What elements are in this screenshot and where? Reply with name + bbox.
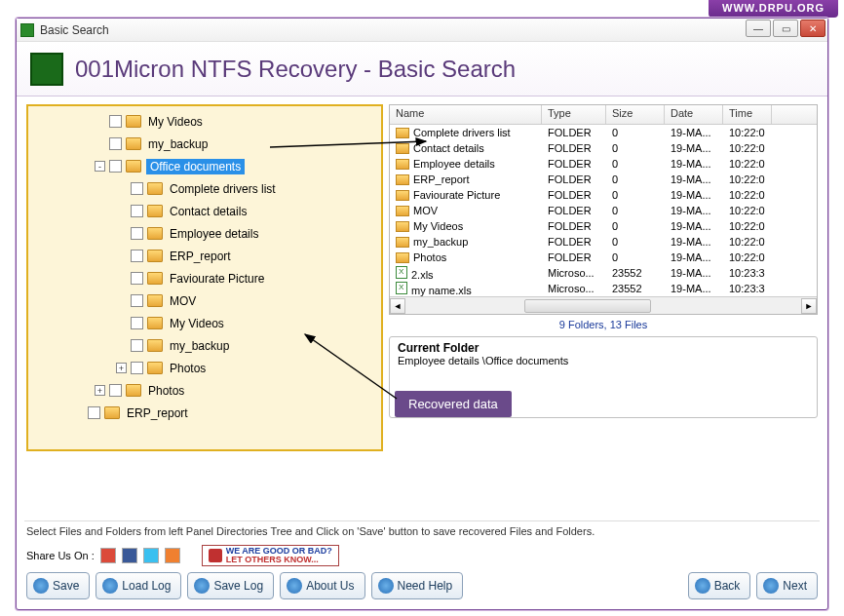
google-plus-icon[interactable] <box>100 548 116 563</box>
close-button[interactable]: ✕ <box>800 19 825 37</box>
directory-tree[interactable]: My Videosmy_backup-Office documentsCompl… <box>26 104 383 451</box>
minimize-button[interactable]: — <box>746 19 771 37</box>
cell-date: 19-MA... <box>665 251 723 263</box>
cell-size: 0 <box>606 142 665 154</box>
tree-checkbox[interactable] <box>109 137 122 150</box>
folder-icon <box>147 205 163 217</box>
bottom-toolbar: Save Load Log Save Log About Us Need Hel… <box>17 568 827 607</box>
tree-checkbox[interactable] <box>131 182 143 195</box>
tree-item[interactable]: +Photos <box>30 357 379 379</box>
col-size[interactable]: Size <box>606 105 665 124</box>
tree-checkbox[interactable] <box>109 384 122 397</box>
file-name: Complete drivers list <box>413 127 511 138</box>
expand-icon[interactable]: + <box>116 363 127 373</box>
tree-checkbox[interactable] <box>131 294 143 307</box>
about-us-button[interactable]: About Us <box>280 572 364 599</box>
scroll-right-arrow[interactable]: ► <box>801 298 817 314</box>
expand-icon[interactable]: + <box>95 385 105 396</box>
list-item[interactable]: Contact detailsFOLDER019-MA...10:22:0 <box>390 140 817 156</box>
file-name: ERP_report <box>413 173 469 185</box>
tree-checkbox[interactable] <box>131 362 143 374</box>
tree-checkbox[interactable] <box>131 339 143 352</box>
tree-checkbox[interactable] <box>131 227 143 240</box>
scroll-thumb[interactable] <box>524 299 651 313</box>
cell-type: FOLDER <box>542 236 606 248</box>
tree-item[interactable]: Complete drivers list <box>30 177 379 200</box>
tree-item-label: Employee details <box>168 226 260 242</box>
tree-item[interactable]: MOV <box>30 289 379 312</box>
cell-date: 19-MA... <box>665 267 723 279</box>
list-item[interactable]: ERP_reportFOLDER019-MA...10:22:0 <box>390 172 817 187</box>
list-item[interactable]: My VideosFOLDER019-MA...10:22:0 <box>390 218 817 234</box>
facebook-icon[interactable] <box>122 548 137 563</box>
horizontal-scrollbar[interactable]: ◄ ► <box>390 296 817 314</box>
col-time[interactable]: Time <box>723 105 772 124</box>
tree-checkbox[interactable] <box>131 250 143 262</box>
tree-item-label: Contact details <box>168 204 249 219</box>
file-name: My Videos <box>413 220 463 232</box>
scroll-left-arrow[interactable]: ◄ <box>390 298 405 314</box>
file-list[interactable]: Name Type Size Date Time Complete driver… <box>389 104 818 315</box>
col-name[interactable]: Name <box>390 105 542 124</box>
list-item[interactable]: my name.xlsMicroso...2355219-MA...10:23:… <box>390 281 817 296</box>
tree-item[interactable]: -Office documents <box>30 155 379 177</box>
next-button[interactable]: Next <box>756 572 818 599</box>
cell-time: 10:22:0 <box>723 158 772 170</box>
save-log-button[interactable]: Save Log <box>187 572 274 599</box>
tree-item[interactable]: My Videos <box>30 110 379 133</box>
list-item[interactable]: Complete drivers listFOLDER019-MA...10:2… <box>390 125 817 140</box>
collapse-icon[interactable]: - <box>95 161 105 172</box>
list-item[interactable]: 2.xlsMicroso...2355219-MA...10:23:3 <box>390 265 817 281</box>
tree-item[interactable]: my_backup <box>30 334 379 357</box>
cell-size: 23552 <box>606 283 665 294</box>
col-date[interactable]: Date <box>665 105 723 124</box>
current-folder-title: Current Folder <box>398 341 809 355</box>
need-help-button[interactable]: Need Help <box>371 572 464 599</box>
tree-checkbox[interactable] <box>131 317 143 329</box>
twitter-icon[interactable] <box>143 548 159 563</box>
rate-us-button[interactable]: WE ARE GOOD OR BAD? LET OTHERS KNOW... <box>202 545 339 566</box>
cell-time: 10:22:0 <box>723 189 772 201</box>
tree-item[interactable]: +Photos <box>30 379 379 402</box>
col-type[interactable]: Type <box>542 105 606 124</box>
list-header[interactable]: Name Type Size Date Time <box>390 105 817 125</box>
tree-checkbox[interactable] <box>109 115 122 128</box>
cell-type: FOLDER <box>542 189 606 201</box>
folder-icon <box>147 362 163 374</box>
cell-date: 19-MA... <box>665 189 723 201</box>
tree-checkbox[interactable] <box>88 406 100 419</box>
tree-item[interactable]: Faviourate Picture <box>30 267 379 289</box>
save-icon <box>33 578 49 594</box>
chip-icon <box>30 53 63 86</box>
folder-icon <box>147 317 163 329</box>
blogger-icon[interactable] <box>165 548 180 563</box>
save-button[interactable]: Save <box>26 572 90 599</box>
tree-item[interactable]: Employee details <box>30 222 379 245</box>
tree-checkbox[interactable] <box>131 205 143 217</box>
tree-item[interactable]: my_backup <box>30 133 379 155</box>
thumbs-up-icon <box>209 549 222 562</box>
tree-item[interactable]: ERP_report <box>30 402 379 424</box>
load-log-button[interactable]: Load Log <box>96 572 181 599</box>
tree-item-label: ERP_report <box>168 249 233 264</box>
titlebar: Basic Search — ▭ ✕ <box>17 19 827 42</box>
tree-item-label: Faviourate Picture <box>168 271 266 287</box>
tree-checkbox[interactable] <box>131 272 143 285</box>
tree-item[interactable]: Contact details <box>30 200 379 222</box>
list-item[interactable]: PhotosFOLDER019-MA...10:22:0 <box>390 250 817 265</box>
folder-icon <box>396 190 409 201</box>
tree-item[interactable]: My Videos <box>30 312 379 334</box>
list-item[interactable]: my_backupFOLDER019-MA...10:22:0 <box>390 234 817 250</box>
tree-checkbox[interactable] <box>109 160 122 173</box>
list-item[interactable]: Employee detailsFOLDER019-MA...10:22:0 <box>390 156 817 172</box>
tree-item-label: My Videos <box>146 114 205 130</box>
list-item[interactable]: MOVFOLDER019-MA...10:22:0 <box>390 203 817 218</box>
list-item[interactable]: Faviourate PictureFOLDER019-MA...10:22:0 <box>390 187 817 203</box>
maximize-button[interactable]: ▭ <box>773 19 798 37</box>
xls-file-icon <box>396 282 407 294</box>
cell-size: 0 <box>606 173 665 185</box>
recovered-data-label: Recovered data <box>395 391 512 417</box>
cell-size: 23552 <box>606 267 665 279</box>
back-button[interactable]: Back <box>688 572 751 599</box>
tree-item[interactable]: ERP_report <box>30 245 379 267</box>
